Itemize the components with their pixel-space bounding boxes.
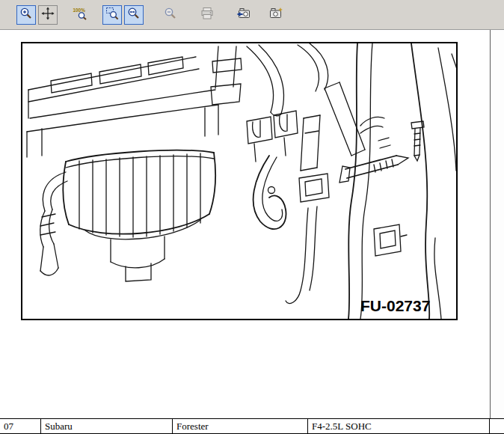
status-filler bbox=[490, 419, 504, 433]
status-make: Subaru bbox=[41, 419, 173, 433]
print-button[interactable] bbox=[197, 5, 217, 25]
magnifier-plus-icon bbox=[19, 7, 33, 23]
svg-text:100%: 100% bbox=[73, 7, 86, 13]
pan-arrows-icon bbox=[41, 7, 55, 23]
status-year: 07 bbox=[0, 419, 41, 433]
magnifier-minus-icon bbox=[164, 7, 177, 23]
zoom-out-button[interactable] bbox=[161, 5, 180, 25]
status-engine: F4-2.5L SOHC bbox=[308, 419, 490, 433]
engine-diagram-svg: FU-02737 bbox=[22, 43, 456, 319]
zoom-100-button[interactable]: 100% bbox=[70, 5, 90, 25]
vehicle-status-bar: 07 Subaru Forester F4-2.5L SOHC bbox=[0, 418, 504, 434]
status-model: Forester bbox=[173, 419, 308, 433]
image-back-button[interactable] bbox=[234, 5, 253, 25]
image-capture-button[interactable] bbox=[266, 5, 286, 25]
magnifier-100-icon: 100% bbox=[73, 7, 87, 23]
zoom-width-button[interactable] bbox=[124, 5, 144, 25]
camera-back-icon bbox=[236, 7, 251, 23]
magnifier-region-icon bbox=[105, 7, 119, 23]
printer-icon bbox=[200, 7, 214, 23]
zoom-in-button[interactable] bbox=[16, 5, 36, 25]
figure-id-label: FU-02737 bbox=[360, 297, 430, 314]
viewer-toolbar: 100% bbox=[0, 0, 504, 30]
pan-button[interactable] bbox=[38, 5, 58, 25]
camera-icon bbox=[268, 7, 283, 23]
engine-diagram-frame: FU-02737 bbox=[21, 42, 458, 320]
vertical-scrollbar[interactable] bbox=[490, 30, 504, 418]
image-viewer-window: 100% bbox=[0, 0, 504, 434]
zoom-region-button[interactable] bbox=[102, 5, 122, 25]
magnifier-width-icon bbox=[127, 7, 141, 23]
